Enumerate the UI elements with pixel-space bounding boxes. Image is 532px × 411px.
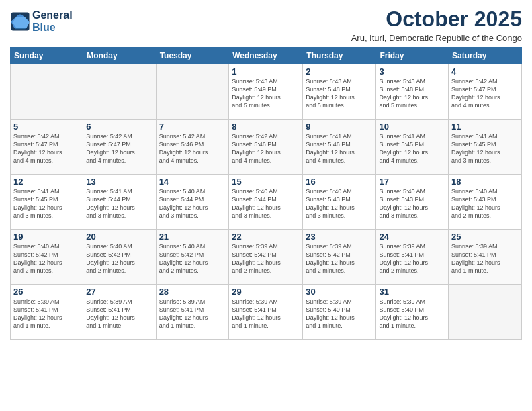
calendar-cell: 15Sunrise: 5:40 AM Sunset: 5:44 PM Dayli…	[229, 175, 303, 230]
logo-icon	[10, 11, 30, 32]
calendar-cell	[449, 285, 522, 340]
weekday-header-row: SundayMondayTuesdayWednesdayThursdayFrid…	[11, 48, 522, 64]
calendar-cell: 17Sunrise: 5:40 AM Sunset: 5:43 PM Dayli…	[376, 175, 449, 230]
calendar-cell: 8Sunrise: 5:42 AM Sunset: 5:46 PM Daylig…	[229, 120, 303, 175]
calendar-cell: 31Sunrise: 5:39 AM Sunset: 5:40 PM Dayli…	[376, 285, 449, 340]
calendar-week-row: 12Sunrise: 5:41 AM Sunset: 5:45 PM Dayli…	[11, 175, 522, 230]
calendar-cell: 21Sunrise: 5:40 AM Sunset: 5:42 PM Dayli…	[156, 230, 229, 285]
calendar-cell: 27Sunrise: 5:39 AM Sunset: 5:41 PM Dayli…	[83, 285, 156, 340]
day-info: Sunrise: 5:39 AM Sunset: 5:41 PM Dayligh…	[232, 298, 300, 330]
day-info: Sunrise: 5:43 AM Sunset: 5:48 PM Dayligh…	[379, 77, 445, 110]
calendar-cell: 26Sunrise: 5:39 AM Sunset: 5:41 PM Dayli…	[11, 285, 83, 340]
day-info: Sunrise: 5:40 AM Sunset: 5:44 PM Dayligh…	[159, 187, 226, 220]
day-info: Sunrise: 5:42 AM Sunset: 5:47 PM Dayligh…	[86, 132, 152, 165]
day-info: Sunrise: 5:42 AM Sunset: 5:46 PM Dayligh…	[159, 132, 226, 165]
calendar-cell: 18Sunrise: 5:40 AM Sunset: 5:43 PM Dayli…	[449, 175, 522, 230]
calendar-week-row: 1Sunrise: 5:43 AM Sunset: 5:49 PM Daylig…	[11, 64, 522, 120]
day-info: Sunrise: 5:41 AM Sunset: 5:45 PM Dayligh…	[451, 132, 519, 165]
day-number: 25	[451, 232, 519, 242]
day-info: Sunrise: 5:40 AM Sunset: 5:43 PM Dayligh…	[379, 187, 445, 220]
day-info: Sunrise: 5:39 AM Sunset: 5:41 PM Dayligh…	[451, 242, 519, 275]
calendar-cell: 4Sunrise: 5:42 AM Sunset: 5:47 PM Daylig…	[449, 64, 522, 120]
day-info: Sunrise: 5:40 AM Sunset: 5:43 PM Dayligh…	[451, 187, 519, 220]
title-block: October 2025 Aru, Ituri, Democratic Repu…	[351, 7, 522, 43]
day-number: 26	[13, 287, 80, 297]
day-number: 11	[451, 122, 519, 132]
day-number: 23	[306, 232, 373, 242]
day-info: Sunrise: 5:39 AM Sunset: 5:41 PM Dayligh…	[13, 298, 80, 330]
day-number: 31	[379, 287, 445, 297]
calendar-cell: 20Sunrise: 5:40 AM Sunset: 5:42 PM Dayli…	[83, 230, 156, 285]
weekday-header-sunday: Sunday	[11, 48, 83, 64]
day-number: 15	[232, 177, 300, 187]
day-number: 7	[159, 122, 226, 132]
day-number: 18	[451, 177, 519, 187]
day-info: Sunrise: 5:40 AM Sunset: 5:42 PM Dayligh…	[13, 242, 80, 275]
day-number: 29	[232, 287, 300, 297]
day-info: Sunrise: 5:39 AM Sunset: 5:42 PM Dayligh…	[232, 242, 300, 275]
calendar-cell: 11Sunrise: 5:41 AM Sunset: 5:45 PM Dayli…	[449, 120, 522, 175]
day-number: 8	[232, 122, 300, 132]
calendar-cell: 3Sunrise: 5:43 AM Sunset: 5:48 PM Daylig…	[376, 64, 449, 120]
day-info: Sunrise: 5:41 AM Sunset: 5:46 PM Dayligh…	[306, 132, 373, 165]
calendar-cell: 5Sunrise: 5:42 AM Sunset: 5:47 PM Daylig…	[11, 120, 83, 175]
day-number: 21	[159, 232, 226, 242]
day-info: Sunrise: 5:40 AM Sunset: 5:42 PM Dayligh…	[159, 242, 226, 275]
day-info: Sunrise: 5:42 AM Sunset: 5:47 PM Dayligh…	[13, 132, 80, 165]
day-info: Sunrise: 5:39 AM Sunset: 5:40 PM Dayligh…	[306, 298, 373, 330]
day-number: 14	[159, 177, 226, 187]
header: General Blue October 2025 Aru, Ituri, De…	[10, 7, 522, 43]
calendar-cell: 1Sunrise: 5:43 AM Sunset: 5:49 PM Daylig…	[229, 64, 303, 120]
day-number: 9	[306, 122, 373, 132]
calendar-week-row: 26Sunrise: 5:39 AM Sunset: 5:41 PM Dayli…	[11, 285, 522, 340]
day-number: 2	[306, 66, 373, 77]
day-number: 13	[86, 177, 152, 187]
day-info: Sunrise: 5:41 AM Sunset: 5:45 PM Dayligh…	[379, 132, 445, 165]
day-number: 10	[379, 122, 445, 132]
calendar-cell	[83, 64, 156, 120]
calendar-cell: 9Sunrise: 5:41 AM Sunset: 5:46 PM Daylig…	[303, 120, 376, 175]
day-number: 1	[232, 66, 300, 77]
day-number: 17	[379, 177, 445, 187]
calendar-cell: 2Sunrise: 5:43 AM Sunset: 5:48 PM Daylig…	[303, 64, 376, 120]
calendar-cell	[11, 64, 83, 120]
weekday-header-friday: Friday	[376, 48, 449, 64]
calendar-cell: 24Sunrise: 5:39 AM Sunset: 5:41 PM Dayli…	[376, 230, 449, 285]
calendar-cell: 19Sunrise: 5:40 AM Sunset: 5:42 PM Dayli…	[11, 230, 83, 285]
day-number: 24	[379, 232, 445, 242]
day-info: Sunrise: 5:40 AM Sunset: 5:42 PM Dayligh…	[86, 242, 152, 275]
calendar-cell: 14Sunrise: 5:40 AM Sunset: 5:44 PM Dayli…	[156, 175, 229, 230]
calendar-cell: 25Sunrise: 5:39 AM Sunset: 5:41 PM Dayli…	[449, 230, 522, 285]
calendar-cell	[156, 64, 229, 120]
weekday-header-monday: Monday	[83, 48, 156, 64]
calendar-cell: 16Sunrise: 5:40 AM Sunset: 5:43 PM Dayli…	[303, 175, 376, 230]
day-info: Sunrise: 5:40 AM Sunset: 5:43 PM Dayligh…	[306, 187, 373, 220]
day-number: 3	[379, 66, 445, 77]
day-number: 6	[86, 122, 152, 132]
calendar-week-row: 19Sunrise: 5:40 AM Sunset: 5:42 PM Dayli…	[11, 230, 522, 285]
day-number: 5	[13, 122, 80, 132]
day-info: Sunrise: 5:41 AM Sunset: 5:44 PM Dayligh…	[86, 187, 152, 220]
day-info: Sunrise: 5:41 AM Sunset: 5:45 PM Dayligh…	[13, 187, 80, 220]
day-info: Sunrise: 5:43 AM Sunset: 5:48 PM Dayligh…	[306, 77, 373, 110]
day-info: Sunrise: 5:39 AM Sunset: 5:40 PM Dayligh…	[379, 298, 445, 330]
calendar-cell: 29Sunrise: 5:39 AM Sunset: 5:41 PM Dayli…	[229, 285, 303, 340]
location-subtitle: Aru, Ituri, Democratic Republic of the C…	[351, 33, 522, 43]
month-title: October 2025	[351, 7, 522, 32]
calendar-cell: 22Sunrise: 5:39 AM Sunset: 5:42 PM Dayli…	[229, 230, 303, 285]
day-info: Sunrise: 5:39 AM Sunset: 5:41 PM Dayligh…	[379, 242, 445, 275]
day-number: 20	[86, 232, 152, 242]
calendar-cell: 10Sunrise: 5:41 AM Sunset: 5:45 PM Dayli…	[376, 120, 449, 175]
weekday-header-saturday: Saturday	[449, 48, 522, 64]
calendar-table: SundayMondayTuesdayWednesdayThursdayFrid…	[10, 47, 522, 340]
weekday-header-tuesday: Tuesday	[156, 48, 229, 64]
day-number: 16	[306, 177, 373, 187]
day-info: Sunrise: 5:43 AM Sunset: 5:49 PM Dayligh…	[232, 77, 300, 110]
day-info: Sunrise: 5:40 AM Sunset: 5:44 PM Dayligh…	[232, 187, 300, 220]
calendar-cell: 13Sunrise: 5:41 AM Sunset: 5:44 PM Dayli…	[83, 175, 156, 230]
day-number: 4	[451, 66, 519, 77]
day-info: Sunrise: 5:39 AM Sunset: 5:41 PM Dayligh…	[86, 298, 152, 330]
day-number: 27	[86, 287, 152, 297]
day-number: 12	[13, 177, 80, 187]
calendar-cell: 12Sunrise: 5:41 AM Sunset: 5:45 PM Dayli…	[11, 175, 83, 230]
